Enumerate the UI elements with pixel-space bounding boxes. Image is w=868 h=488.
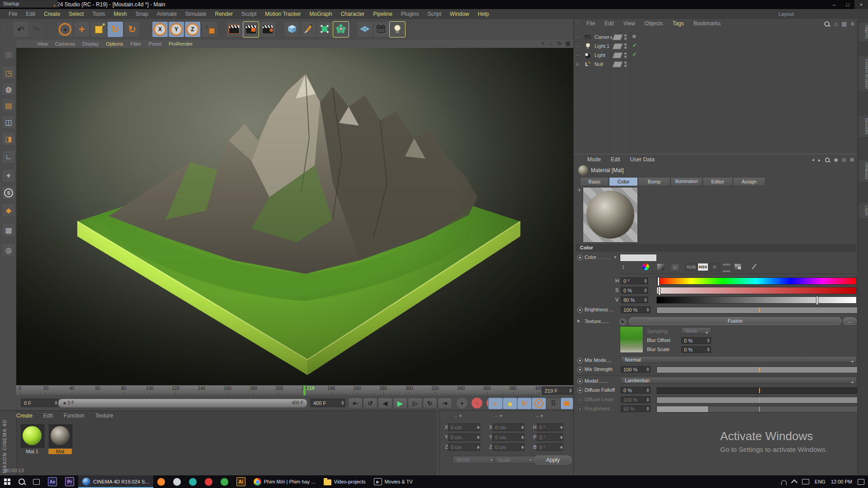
viewport-menu-panel[interactable]: Panel <box>149 41 161 47</box>
minimize-button[interactable]: – <box>827 0 841 9</box>
coords-grip[interactable] <box>443 413 446 418</box>
expander-icon[interactable]: ⊞ <box>576 62 580 66</box>
model-dropdown[interactable]: Lambertian▼ <box>621 377 857 384</box>
coord-field-1-0[interactable]: 0 cm <box>448 433 480 441</box>
menu-mograph[interactable]: MoGraph <box>310 11 332 17</box>
tab-assign[interactable]: Assign <box>733 177 765 186</box>
frame-spinner[interactable] <box>568 389 573 393</box>
brightness-field[interactable]: 100 % <box>621 306 651 313</box>
om-menu-view[interactable]: View <box>623 20 635 27</box>
color-swatch[interactable] <box>620 254 657 262</box>
current-frame-marker[interactable] <box>303 385 306 395</box>
material-name-mat-1[interactable]: Mat.1 <box>20 449 44 454</box>
playbar-grip[interactable] <box>17 399 21 407</box>
menu-motion-tracker[interactable]: Motion Tracker <box>265 11 301 17</box>
pin-icon[interactable]: ▴ <box>818 157 821 163</box>
eyedropper-icon[interactable] <box>752 264 757 269</box>
add-primitive-button[interactable] <box>284 21 300 38</box>
mix-strength-field[interactable]: 100 % <box>621 366 651 373</box>
model-mode-button[interactable]: ◳ <box>2 66 15 80</box>
gradient-picker-icon[interactable] <box>657 264 664 270</box>
range-start-field[interactable]: 0 F <box>21 399 59 407</box>
coords-header-2[interactable]: -- ▾ <box>536 413 543 419</box>
z-axis-lock[interactable]: Z <box>184 21 201 38</box>
visibility-dot-icon[interactable] <box>624 38 627 40</box>
key-parameter-toggle[interactable]: P <box>532 398 546 409</box>
texture-fusion-button[interactable]: Fusion <box>629 317 841 325</box>
previous-frame-button[interactable]: ◀ <box>378 398 392 409</box>
layer-chip-icon[interactable] <box>613 52 623 58</box>
goto-start-button[interactable]: ⇤ <box>348 398 363 409</box>
illustrator-app[interactable]: Ai <box>232 475 250 488</box>
zoom-icon[interactable]: ↔ <box>548 40 554 47</box>
add-spline-button[interactable] <box>300 21 316 38</box>
record-keyframe-button[interactable]: ● <box>457 398 467 408</box>
coord-field-2-0[interactable]: 0 cm <box>448 443 480 451</box>
pan-icon[interactable]: + <box>542 40 545 47</box>
planar-workplane-button[interactable]: ◎ <box>2 243 15 257</box>
preview-expander-icon[interactable]: ▼ <box>577 188 581 192</box>
om-menu-file[interactable]: File <box>586 20 595 27</box>
menu-render[interactable]: Render <box>215 11 233 17</box>
lock-workplane-button[interactable]: ▩ <box>2 223 15 237</box>
visibility-dot-icon[interactable] <box>624 34 627 37</box>
menu-edit[interactable]: Edit <box>26 11 35 17</box>
play-button[interactable]: ▶ <box>393 398 407 409</box>
toggle-view-icon[interactable]: ▣ <box>566 40 571 47</box>
k-mode-button[interactable]: K <box>709 263 720 271</box>
slider-marker[interactable] <box>657 277 660 286</box>
add-camera-button[interactable] <box>373 21 389 38</box>
tab-bump[interactable]: Bump <box>638 177 670 186</box>
edges-mode-button[interactable]: ◫ <box>2 115 15 129</box>
coord-field-1-2[interactable]: 0 ° <box>537 433 563 441</box>
mix-strength-slider[interactable] <box>656 366 861 373</box>
h-gradient-bar[interactable] <box>656 277 857 285</box>
coordinate-system[interactable]: ↑ <box>202 21 218 38</box>
dock-tab-attributes[interactable]: Attributes <box>859 159 868 183</box>
redo-button[interactable]: ↷ <box>28 21 44 38</box>
panel-icon[interactable]: ▤ <box>842 21 847 27</box>
dock-tab-content-browser[interactable]: Content Browser <box>859 56 868 92</box>
hsv-field-h[interactable]: 0 ° <box>621 277 648 284</box>
toolbar-grip[interactable] <box>1 22 5 36</box>
diffuse-level-slider[interactable] <box>656 397 861 404</box>
dock-tab-objects[interactable]: Objects <box>859 22 868 42</box>
matmgr-menu-create[interactable]: Create <box>16 413 33 419</box>
render-settings-button[interactable]: ✱ <box>259 21 276 38</box>
points-mode-button[interactable]: ▤ <box>2 99 15 112</box>
matmgr-menu-edit[interactable]: Edit <box>43 413 53 419</box>
x-axis-lock[interactable]: X <box>152 21 168 38</box>
texture-browse-button[interactable]: ... <box>843 317 857 325</box>
color-section-header[interactable]: Color <box>576 244 856 252</box>
menu-tools[interactable]: Tools <box>92 11 105 17</box>
grid-icon[interactable]: ⊞ <box>850 157 854 163</box>
timeline-mode-button[interactable] <box>561 398 573 409</box>
viewport-menu-view[interactable]: View <box>37 41 48 47</box>
viewport-3d-scene[interactable] <box>16 48 573 385</box>
object-row-light-1[interactable]: —Light.1✓ <box>574 42 858 51</box>
notification-icon[interactable] <box>858 479 864 485</box>
texture-expander-icon[interactable]: ▶ <box>577 319 580 323</box>
firefox-app[interactable] <box>153 475 169 488</box>
image-picker-icon[interactable]: ▲ <box>671 264 679 271</box>
diffuse-level-field[interactable]: 100 % <box>621 396 651 403</box>
material-swatch-mat-1[interactable] <box>21 424 44 448</box>
youtube-app[interactable] <box>201 475 217 488</box>
hsv-field-v[interactable]: 80 % <box>621 296 648 303</box>
preview-range-slider[interactable]: ◄ 0 F 400 F <box>58 399 307 408</box>
color-wheel-icon[interactable] <box>642 263 649 270</box>
diffuse-falloff-slider[interactable] <box>656 387 861 394</box>
mix-mode-dropdown[interactable]: Normal▼ <box>621 356 857 363</box>
menu-animate[interactable]: Animate <box>157 11 177 17</box>
menu-script[interactable]: Script <box>427 11 441 17</box>
texture-mode-button[interactable]: ◍ <box>2 82 15 96</box>
clock[interactable]: 12:00 PM <box>831 479 852 484</box>
v-gradient-bar[interactable] <box>656 296 857 304</box>
rotate-tool[interactable]: ↻ <box>107 21 123 38</box>
key-position-toggle[interactable]: + <box>488 398 503 409</box>
viewport-menu-filter[interactable]: Filter <box>130 41 141 47</box>
attr-menu-user-data[interactable]: User Data <box>630 156 655 163</box>
scale-tool[interactable]: ↗ <box>90 21 107 38</box>
task-view-button[interactable] <box>29 475 44 488</box>
home-icon[interactable]: ⌂ <box>834 21 837 27</box>
